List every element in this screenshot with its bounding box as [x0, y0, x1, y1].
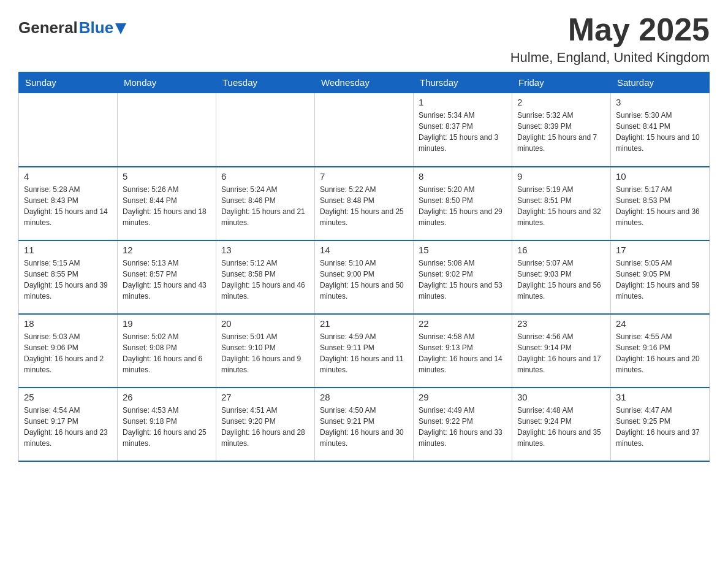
day-info: Sunrise: 5:26 AMSunset: 8:44 PMDaylight:… — [123, 184, 211, 228]
logo: General Blue — [18, 12, 126, 37]
calendar-cell-w1-d5: 1Sunrise: 5:34 AMSunset: 8:37 PMDaylight… — [414, 93, 512, 167]
day-number: 10 — [616, 171, 704, 182]
day-info: Sunrise: 5:32 AMSunset: 8:39 PMDaylight:… — [517, 110, 605, 154]
weekday-header-row: SundayMondayTuesdayWednesdayThursdayFrid… — [19, 72, 710, 93]
weekday-header-tuesday: Tuesday — [216, 72, 315, 93]
day-number: 9 — [517, 171, 605, 182]
day-info: Sunrise: 4:53 AMSunset: 9:18 PMDaylight:… — [123, 405, 211, 449]
day-info: Sunrise: 5:12 AMSunset: 8:58 PMDaylight:… — [221, 258, 309, 302]
calendar-cell-w4-d3: 20Sunrise: 5:01 AMSunset: 9:10 PMDayligh… — [216, 314, 315, 388]
day-info: Sunrise: 5:19 AMSunset: 8:51 PMDaylight:… — [517, 184, 605, 228]
day-number: 22 — [419, 318, 507, 329]
calendar-cell-w3-d1: 11Sunrise: 5:15 AMSunset: 8:55 PMDayligh… — [19, 240, 118, 314]
calendar-cell-w4-d1: 18Sunrise: 5:03 AMSunset: 9:06 PMDayligh… — [19, 314, 118, 388]
day-info: Sunrise: 4:59 AMSunset: 9:11 PMDaylight:… — [320, 331, 408, 375]
day-number: 21 — [320, 318, 408, 329]
day-info: Sunrise: 5:10 AMSunset: 9:00 PMDaylight:… — [320, 258, 408, 302]
day-info: Sunrise: 5:20 AMSunset: 8:50 PMDaylight:… — [419, 184, 507, 228]
day-info: Sunrise: 4:55 AMSunset: 9:16 PMDaylight:… — [616, 331, 704, 375]
logo-blue-text: Blue — [79, 18, 113, 37]
day-info: Sunrise: 5:02 AMSunset: 9:08 PMDaylight:… — [123, 331, 211, 375]
calendar-cell-w3-d2: 12Sunrise: 5:13 AMSunset: 8:57 PMDayligh… — [118, 240, 216, 314]
calendar-cell-w4-d6: 23Sunrise: 4:56 AMSunset: 9:14 PMDayligh… — [512, 314, 611, 388]
day-info: Sunrise: 4:50 AMSunset: 9:21 PMDaylight:… — [320, 405, 408, 449]
day-number: 27 — [221, 392, 309, 402]
weekday-header-friday: Friday — [512, 72, 611, 93]
calendar-cell-w4-d5: 22Sunrise: 4:58 AMSunset: 9:13 PMDayligh… — [414, 314, 512, 388]
week-row-2: 4Sunrise: 5:28 AMSunset: 8:43 PMDaylight… — [19, 167, 710, 240]
svg-marker-0 — [115, 23, 126, 34]
day-number: 31 — [616, 392, 704, 402]
weekday-header-sunday: Sunday — [19, 72, 118, 93]
calendar-cell-w1-d2 — [118, 93, 216, 167]
page-header: General Blue May 2025 Hulme, England, Un… — [18, 12, 710, 66]
day-info: Sunrise: 4:56 AMSunset: 9:14 PMDaylight:… — [517, 331, 605, 375]
weekday-header-monday: Monday — [118, 72, 216, 93]
calendar-cell-w1-d3 — [216, 93, 315, 167]
calendar-cell-w2-d7: 10Sunrise: 5:17 AMSunset: 8:53 PMDayligh… — [611, 167, 710, 240]
calendar-cell-w3-d3: 13Sunrise: 5:12 AMSunset: 8:58 PMDayligh… — [216, 240, 315, 314]
day-info: Sunrise: 4:49 AMSunset: 9:22 PMDaylight:… — [419, 405, 507, 449]
week-row-3: 11Sunrise: 5:15 AMSunset: 8:55 PMDayligh… — [19, 240, 710, 314]
calendar-cell-w2-d6: 9Sunrise: 5:19 AMSunset: 8:51 PMDaylight… — [512, 167, 611, 240]
calendar-cell-w5-d7: 31Sunrise: 4:47 AMSunset: 9:25 PMDayligh… — [611, 388, 710, 461]
day-number: 6 — [221, 171, 309, 182]
day-info: Sunrise: 5:30 AMSunset: 8:41 PMDaylight:… — [616, 110, 704, 154]
calendar-cell-w5-d3: 27Sunrise: 4:51 AMSunset: 9:20 PMDayligh… — [216, 388, 315, 461]
day-info: Sunrise: 5:05 AMSunset: 9:05 PMDaylight:… — [616, 258, 704, 302]
day-info: Sunrise: 5:03 AMSunset: 9:06 PMDaylight:… — [24, 331, 112, 375]
day-number: 8 — [419, 171, 507, 182]
day-info: Sunrise: 5:24 AMSunset: 8:46 PMDaylight:… — [221, 184, 309, 228]
location: Hulme, England, United Kingdom — [510, 50, 710, 66]
day-number: 1 — [419, 97, 507, 107]
day-info: Sunrise: 5:28 AMSunset: 8:43 PMDaylight:… — [24, 184, 112, 228]
calendar-cell-w2-d2: 5Sunrise: 5:26 AMSunset: 8:44 PMDaylight… — [118, 167, 216, 240]
calendar-cell-w5-d4: 28Sunrise: 4:50 AMSunset: 9:21 PMDayligh… — [315, 388, 414, 461]
day-info: Sunrise: 5:08 AMSunset: 9:02 PMDaylight:… — [419, 258, 507, 302]
day-number: 14 — [320, 245, 408, 255]
calendar-cell-w5-d5: 29Sunrise: 4:49 AMSunset: 9:22 PMDayligh… — [414, 388, 512, 461]
day-number: 17 — [616, 245, 704, 255]
day-info: Sunrise: 4:54 AMSunset: 9:17 PMDaylight:… — [24, 405, 112, 449]
calendar-cell-w3-d5: 15Sunrise: 5:08 AMSunset: 9:02 PMDayligh… — [414, 240, 512, 314]
day-number: 29 — [419, 392, 507, 402]
day-number: 28 — [320, 392, 408, 402]
month-title: May 2025 — [510, 12, 710, 47]
calendar-cell-w5-d1: 25Sunrise: 4:54 AMSunset: 9:17 PMDayligh… — [19, 388, 118, 461]
calendar-cell-w1-d7: 3Sunrise: 5:30 AMSunset: 8:41 PMDaylight… — [611, 93, 710, 167]
day-number: 30 — [517, 392, 605, 402]
day-number: 25 — [24, 392, 112, 402]
calendar-cell-w5-d6: 30Sunrise: 4:48 AMSunset: 9:24 PMDayligh… — [512, 388, 611, 461]
calendar-cell-w4-d2: 19Sunrise: 5:02 AMSunset: 9:08 PMDayligh… — [118, 314, 216, 388]
day-info: Sunrise: 5:01 AMSunset: 9:10 PMDaylight:… — [221, 331, 309, 375]
day-number: 7 — [320, 171, 408, 182]
weekday-header-thursday: Thursday — [414, 72, 512, 93]
title-block: May 2025 Hulme, England, United Kingdom — [510, 12, 710, 66]
calendar-cell-w1-d4 — [315, 93, 414, 167]
day-info: Sunrise: 5:07 AMSunset: 9:03 PMDaylight:… — [517, 258, 605, 302]
day-number: 13 — [221, 245, 309, 255]
day-number: 23 — [517, 318, 605, 329]
logo-general-text: General — [18, 18, 78, 37]
calendar-cell-w1-d1 — [19, 93, 118, 167]
day-number: 20 — [221, 318, 309, 329]
calendar-cell-w2-d4: 7Sunrise: 5:22 AMSunset: 8:48 PMDaylight… — [315, 167, 414, 240]
weekday-header-wednesday: Wednesday — [315, 72, 414, 93]
day-info: Sunrise: 5:13 AMSunset: 8:57 PMDaylight:… — [123, 258, 211, 302]
day-info: Sunrise: 5:22 AMSunset: 8:48 PMDaylight:… — [320, 184, 408, 228]
calendar-table: SundayMondayTuesdayWednesdayThursdayFrid… — [18, 72, 710, 462]
day-number: 18 — [24, 318, 112, 329]
day-info: Sunrise: 5:34 AMSunset: 8:37 PMDaylight:… — [419, 110, 507, 154]
calendar-cell-w4-d7: 24Sunrise: 4:55 AMSunset: 9:16 PMDayligh… — [611, 314, 710, 388]
weekday-header-saturday: Saturday — [611, 72, 710, 93]
logo-arrow-icon — [115, 23, 126, 34]
calendar-cell-w2-d1: 4Sunrise: 5:28 AMSunset: 8:43 PMDaylight… — [19, 167, 118, 240]
calendar-cell-w2-d3: 6Sunrise: 5:24 AMSunset: 8:46 PMDaylight… — [216, 167, 315, 240]
calendar-cell-w5-d2: 26Sunrise: 4:53 AMSunset: 9:18 PMDayligh… — [118, 388, 216, 461]
day-info: Sunrise: 4:51 AMSunset: 9:20 PMDaylight:… — [221, 405, 309, 449]
week-row-5: 25Sunrise: 4:54 AMSunset: 9:17 PMDayligh… — [19, 388, 710, 461]
day-number: 2 — [517, 97, 605, 107]
calendar-cell-w2-d5: 8Sunrise: 5:20 AMSunset: 8:50 PMDaylight… — [414, 167, 512, 240]
calendar-cell-w3-d4: 14Sunrise: 5:10 AMSunset: 9:00 PMDayligh… — [315, 240, 414, 314]
day-number: 24 — [616, 318, 704, 329]
